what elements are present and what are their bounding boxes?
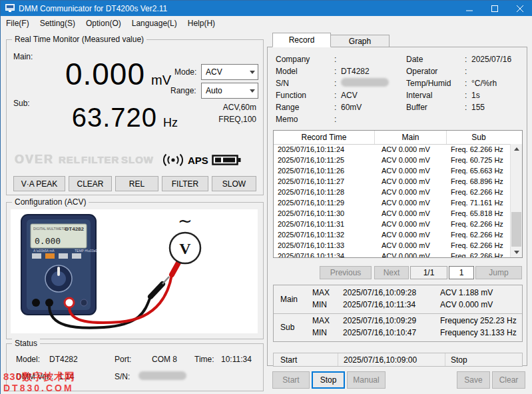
- record-cell: Freq. 62.266 Hz: [447, 252, 511, 257]
- record-cell: 2025/07/16,10:11:32: [274, 231, 375, 239]
- record-stop-label: Stop: [445, 355, 522, 365]
- menu-option[interactable]: Option(O): [81, 17, 127, 30]
- info-label: Interval: [406, 91, 465, 100]
- slow-button[interactable]: SLOW: [212, 176, 256, 191]
- column-header-record-time[interactable]: Record Time: [274, 131, 375, 144]
- scroll-up-icon[interactable]: [511, 144, 522, 154]
- scroll-down-icon[interactable]: [511, 247, 522, 257]
- tab-graph[interactable]: Graph: [331, 35, 390, 47]
- over-indicator: OVER: [15, 153, 54, 167]
- info-label: Function: [276, 91, 334, 100]
- record-cell: ACV 0.000 mV: [375, 241, 447, 249]
- record-row[interactable]: 2025/07/16,10:11:31ACV 0.000 mVFreq. 62.…: [274, 219, 511, 229]
- status-model-value: DT4282: [49, 355, 78, 364]
- record-cell: ACV 0.000 mV: [375, 209, 447, 217]
- filter-button[interactable]: FILTER: [162, 176, 208, 191]
- wiring-diagram-image: DT4282 DIGITAL MULTIMETER 0.000 A \u00b5…: [11, 209, 258, 333]
- status-sn-label: S/N:: [115, 372, 130, 381]
- manual-button[interactable]: Manual: [347, 371, 386, 389]
- status-ver-value: 1.14: [59, 372, 74, 381]
- stop-button[interactable]: Stop: [312, 371, 345, 389]
- battery-icon: [212, 154, 241, 169]
- vertical-scrollbar[interactable]: [510, 144, 522, 257]
- record-cell: ACV 0.000 mV: [375, 167, 447, 175]
- range-select[interactable]: Auto: [201, 83, 258, 99]
- info-row-interval: Interval:1s: [406, 89, 525, 101]
- range-info: ACV,60m: [223, 103, 256, 112]
- menu-help[interactable]: Help(H): [182, 17, 220, 30]
- maximize-button[interactable]: [482, 1, 507, 16]
- record-row[interactable]: 2025/07/16,10:11:32ACV 0.000 mVFreq. 62.…: [274, 229, 511, 240]
- info-row-date: Date:2025/07/16: [406, 53, 525, 65]
- close-button[interactable]: [507, 1, 532, 16]
- record-start-label: Start: [274, 353, 338, 366]
- record-cell: 2025/07/16,10:11:25: [274, 156, 375, 164]
- multimeter-illustration: DT4282 DIGITAL MULTIMETER 0.000 A \u00b5…: [11, 209, 258, 333]
- page-number-input[interactable]: [449, 266, 474, 279]
- record-cell: 2025/07/16,10:11:34: [274, 252, 375, 257]
- info-label: Company: [276, 55, 334, 64]
- minimize-button[interactable]: [457, 1, 482, 16]
- save-button[interactable]: Save: [457, 371, 490, 389]
- previous-page-button[interactable]: Previous: [320, 266, 372, 279]
- title-bar: DMM Communicator for DT4200s Ver2.11: [1, 1, 532, 16]
- info-row-memo: Memo:: [276, 113, 402, 125]
- mode-selected-value: ACV: [202, 67, 246, 77]
- start-button[interactable]: Start: [272, 371, 310, 389]
- sub-max-time: 2025/07/16,10:09:29: [343, 316, 416, 325]
- record-row[interactable]: 2025/07/16,10:11:29ACV 0.000 mVFreq. 71.…: [274, 197, 511, 208]
- mode-select[interactable]: ACV: [201, 64, 258, 80]
- record-cell: 2025/07/16,10:11:24: [274, 145, 375, 153]
- column-header-main[interactable]: Main: [375, 131, 447, 144]
- tab-strip: Record Graph: [272, 33, 390, 47]
- tab-record[interactable]: Record: [272, 33, 331, 47]
- status-time-label: Time:: [194, 355, 214, 364]
- info-row-company: Company:: [276, 53, 402, 65]
- jump-button[interactable]: Jump: [475, 266, 522, 279]
- scrollbar-thumb[interactable]: [511, 212, 521, 247]
- record-row[interactable]: 2025/07/16,10:11:25ACV 0.000 mVFreq. 60.…: [274, 155, 511, 165]
- record-cell: 2025/07/16,10:11:28: [274, 188, 375, 196]
- clear-button[interactable]: Clear: [492, 371, 525, 389]
- range-selected-value: Auto: [202, 86, 246, 95]
- status-port-value: COM 8: [152, 355, 177, 364]
- info-separator: :: [465, 79, 471, 88]
- configuration-group: Configuration (ACV) DT4282 DIGITAL MULTI…: [6, 202, 264, 339]
- info-separator: :: [334, 67, 341, 76]
- pagination-row: Previous Next 1/1 Jump: [268, 266, 527, 279]
- maxmin-panel: Main Sub MAX 2025/07/16,10:09:28 ACV 1.1…: [273, 285, 523, 342]
- app-window: DMM Communicator for DT4200s Ver2.11 Fil…: [0, 0, 532, 394]
- sub-unit: Hz: [163, 116, 178, 130]
- record-row[interactable]: 2025/07/16,10:11:24ACV 0.000 mVFreq. 62.…: [274, 144, 511, 155]
- sub-readout: 63.720 Hz: [13, 103, 178, 133]
- va-peak-button[interactable]: V·A PEAK: [13, 176, 65, 191]
- record-cell: 2025/07/16,10:11:31: [274, 220, 375, 228]
- record-row[interactable]: 2025/07/16,10:11:27ACV 0.000 mVFreq. 68.…: [274, 176, 511, 187]
- clear-rel-button[interactable]: CLEAR: [69, 176, 112, 191]
- record-row[interactable]: 2025/07/16,10:11:30ACV 0.000 mVFreq. 65.…: [274, 208, 511, 219]
- record-row[interactable]: 2025/07/16,10:11:28ACV 0.000 mVFreq. 62.…: [274, 187, 511, 197]
- record-row[interactable]: 2025/07/16,10:11:34ACV 0.000 mVFreq. 62.…: [274, 251, 511, 257]
- record-row[interactable]: 2025/07/16,10:11:33ACV 0.000 mVFreq. 62.…: [274, 240, 511, 251]
- record-cell: 2025/07/16,10:11:27: [274, 177, 375, 185]
- info-separator: :: [334, 91, 341, 100]
- info-value: 60mV: [341, 103, 402, 112]
- menu-file[interactable]: File(F): [1, 17, 35, 30]
- info-label: Buffer: [406, 103, 465, 112]
- menu-setting[interactable]: Setting(S): [35, 17, 81, 30]
- main-unit: mV: [151, 73, 171, 88]
- column-header-sub[interactable]: Sub: [447, 131, 511, 144]
- record-info-left: Company:Model:DT4282S/N:Function:ACVRang…: [276, 53, 402, 125]
- app-icon: [5, 4, 15, 13]
- record-cell: ACV 0.000 mV: [375, 156, 447, 164]
- next-page-button[interactable]: Next: [374, 266, 409, 279]
- info-row-operator: Operator:: [406, 65, 525, 77]
- record-row[interactable]: 2025/07/16,10:11:26ACV 0.000 mVFreq. 65.…: [274, 165, 511, 176]
- svg-text:TEMP H\u03a9: TEMP H\u03a9: [75, 249, 97, 253]
- rel-button[interactable]: REL: [115, 176, 158, 191]
- menu-language[interactable]: Language(L): [127, 17, 182, 30]
- realtime-monitor-group: Real Time Monitor (Measured value) Main:…: [6, 39, 264, 195]
- record-table: Record Time Main Sub 2025/07/16,10:11:24…: [273, 130, 523, 258]
- svg-text:0.000: 0.000: [35, 236, 61, 246]
- info-row-range: Range:60mV: [276, 101, 402, 113]
